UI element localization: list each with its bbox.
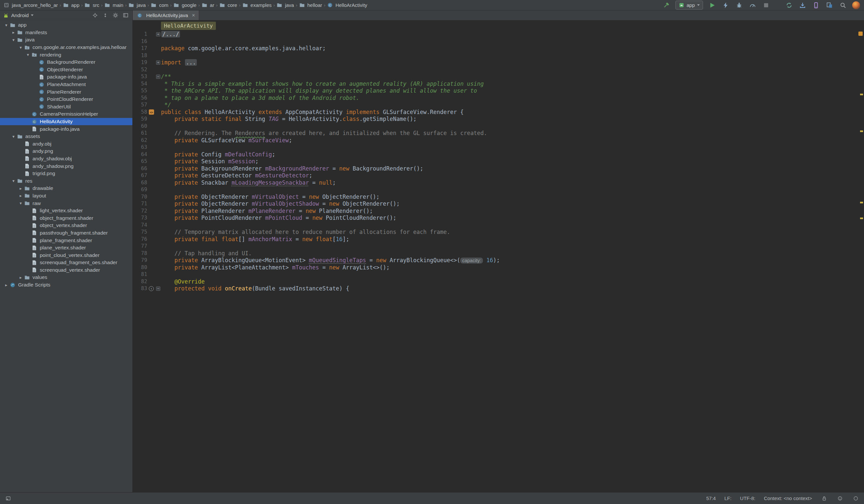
- lock-icon[interactable]: [821, 495, 828, 502]
- tree-item-manifests[interactable]: ▸manifests: [0, 29, 132, 36]
- code-line-72[interactable]: 72 private PlaneRenderer mPlaneRenderer …: [133, 208, 864, 215]
- code-line-52[interactable]: 52: [133, 67, 864, 74]
- code-line-73[interactable]: 73 private PointCloudRenderer mPointClou…: [133, 215, 864, 222]
- tree-item-andy-shadow-obj[interactable]: andy_shadow.obj: [0, 155, 132, 163]
- warning-stripe-mark[interactable]: [860, 217, 863, 219]
- tree-item-gradle-scripts[interactable]: ▸Gradle Scripts: [0, 281, 132, 289]
- code-line-77[interactable]: 77: [133, 243, 864, 250]
- tree-item-planerenderer[interactable]: CPlaneRenderer: [0, 88, 132, 96]
- debug-bug-icon[interactable]: [735, 1, 743, 10]
- tree-item-screenquad-vertex-shader[interactable]: screenquad_vertex.shader: [0, 266, 132, 274]
- tree-item-pointcloudrenderer[interactable]: CPointCloudRenderer: [0, 96, 132, 103]
- tree-item-com-google-ar-core-examples-java-helloar[interactable]: ▾com.google.ar.core.examples.java.helloa…: [0, 44, 132, 51]
- tree-item-values[interactable]: ▸values: [0, 274, 132, 281]
- code-line-58[interactable]: 58<>public class HelloArActivity extends…: [133, 109, 864, 116]
- code-line-65[interactable]: 65 private Session mSession;: [133, 158, 864, 165]
- tree-item-shaderutil[interactable]: CShaderUtil: [0, 103, 132, 111]
- tool-window-toggle-icon[interactable]: [4, 495, 12, 502]
- tree-item-trigrid-png[interactable]: trigrid.png: [0, 170, 132, 177]
- user-avatar[interactable]: [852, 1, 860, 9]
- sdk-manager-download-icon[interactable]: [798, 1, 807, 10]
- code-line-80[interactable]: 80 private ArrayList<PlaneAttachment> mT…: [133, 264, 864, 272]
- breadcrumb-item-google[interactable]: google: [173, 2, 197, 8]
- warning-stripe-mark[interactable]: [860, 94, 863, 95]
- tree-item-object-fragment-shader[interactable]: object_fragment.shader: [0, 214, 132, 222]
- chevron-down-icon[interactable]: ▾: [10, 178, 17, 183]
- tree-item-light-vertex-shader[interactable]: light_vertex.shader: [0, 207, 132, 215]
- apply-changes-icon[interactable]: [721, 1, 730, 10]
- chevron-right-icon[interactable]: ▸: [3, 283, 10, 287]
- code-line-78[interactable]: 78 // Tap handling and UI.: [133, 250, 864, 257]
- chevron-down-icon[interactable]: ▾: [3, 23, 10, 27]
- tree-item-plane-fragment-shader[interactable]: plane_fragment.shader: [0, 237, 132, 244]
- tree-item-drawable[interactable]: ▸drawable: [0, 185, 132, 192]
- code-line-16[interactable]: 16: [133, 38, 864, 45]
- code-line-62[interactable]: 62 private GLSurfaceView mSurfaceView;: [133, 137, 864, 144]
- code-line-1[interactable]: 1+/.../: [133, 31, 864, 38]
- project-view-selector[interactable]: Android: [11, 12, 28, 19]
- code-line-61[interactable]: 61 // Rendering. The Renderers are creat…: [133, 130, 864, 137]
- code-line-53[interactable]: 53−/**: [133, 73, 864, 81]
- breadcrumb-item-helloar[interactable]: helloar: [299, 2, 323, 8]
- chevron-right-icon[interactable]: ▸: [17, 193, 24, 198]
- context-widget[interactable]: Context: <no context>: [764, 495, 812, 501]
- tree-item-andy-obj[interactable]: andy.obj: [0, 140, 132, 148]
- tree-item-passthrough-fragment-shader[interactable]: passthrough_fragment.shader: [0, 229, 132, 237]
- build-hammer-icon[interactable]: [662, 1, 671, 10]
- code-area[interactable]: 1+/.../1617package com.google.ar.core.ex…: [133, 31, 864, 492]
- code-line-82[interactable]: 82 @Override: [133, 278, 864, 286]
- code-line-74[interactable]: 74: [133, 222, 864, 229]
- tree-item-backgroundrenderer[interactable]: CBackgroundRenderer: [0, 59, 132, 66]
- code-line-18[interactable]: 18: [133, 52, 864, 59]
- code-line-76[interactable]: 76 private final float[] mAnchorMatrix =…: [133, 236, 864, 243]
- code-line-63[interactable]: 63: [133, 144, 864, 151]
- breadcrumb-item-com[interactable]: com: [151, 2, 169, 8]
- collapse-all-icon[interactable]: [101, 12, 109, 20]
- tree-item-rendering[interactable]: ▾rendering: [0, 51, 132, 59]
- device-manager-phone-icon[interactable]: [812, 1, 820, 10]
- tree-item-plane-vertex-shader[interactable]: plane_vertex.shader: [0, 244, 132, 252]
- breadcrumb-class-chip[interactable]: HelloArActivity: [161, 22, 216, 30]
- tree-item-helloaractivity[interactable]: CHelloArActivity: [0, 118, 132, 125]
- code-line-55[interactable]: 55 * the ARCore API. The application wil…: [133, 87, 864, 95]
- breadcrumb-item-java[interactable]: java: [276, 2, 295, 8]
- file-encoding-widget[interactable]: UTF-8:: [740, 495, 756, 501]
- tree-item-raw[interactable]: ▾raw: [0, 200, 132, 207]
- close-tab-icon[interactable]: ×: [192, 13, 195, 18]
- code-line-60[interactable]: 60: [133, 123, 864, 130]
- code-line-68[interactable]: 68 private Snackbar mLoadingMessageSnack…: [133, 179, 864, 187]
- tree-item-package-info-java[interactable]: package-info.java: [0, 73, 132, 81]
- breadcrumb-item-examples[interactable]: examples: [242, 2, 272, 8]
- fold-expand-icon[interactable]: +: [156, 32, 160, 36]
- tree-item-point-cloud-vertex-shader[interactable]: point_cloud_vertex.shader: [0, 251, 132, 259]
- inspection-indicator[interactable]: [859, 32, 863, 36]
- code-line-70[interactable]: 70 private ObjectRenderer mVirtualObject…: [133, 193, 864, 201]
- breadcrumb-item-main[interactable]: main: [104, 2, 124, 8]
- breadcrumb-item-java[interactable]: java: [128, 2, 146, 8]
- code-line-71[interactable]: 71 private ObjectRenderer mVirtualObject…: [133, 201, 864, 208]
- gradle-sync-icon[interactable]: [785, 1, 793, 10]
- code-line-54[interactable]: 54 * This is a simple example that shows…: [133, 81, 864, 88]
- code-line-66[interactable]: 66 private BackgroundRenderer mBackgroun…: [133, 165, 864, 172]
- breadcrumb-item-java-arcore-hello-ar[interactable]: java_arcore_hello_ar: [3, 2, 58, 8]
- editor-tab-helloaractivity[interactable]: C HelloArActivity.java ×: [133, 11, 199, 20]
- tree-item-andy-png[interactable]: andy.png: [0, 147, 132, 155]
- code-line-75[interactable]: 75 // Temporary matrix allocated here to…: [133, 229, 864, 236]
- chevron-right-icon[interactable]: ▸: [10, 30, 17, 35]
- fold-collapse-icon[interactable]: −: [156, 75, 160, 79]
- line-separator-widget[interactable]: LF:: [724, 495, 732, 501]
- caret-position[interactable]: 57:4: [706, 495, 716, 501]
- highlighting-level-icon[interactable]: [837, 495, 844, 502]
- warning-stripe-mark[interactable]: [860, 202, 863, 203]
- code-line-19[interactable]: 19+import ...: [133, 59, 864, 67]
- chevron-down-icon[interactable]: ▾: [17, 45, 24, 50]
- chevron-right-icon[interactable]: ▸: [17, 186, 24, 191]
- tree-item-layout[interactable]: ▸layout: [0, 192, 132, 200]
- locate-file-icon[interactable]: [91, 12, 99, 20]
- code-line-67[interactable]: 67 private GestureDetector mGestureDetec…: [133, 172, 864, 179]
- code-line-79[interactable]: 79 private ArrayBlockingQueue<MotionEven…: [133, 257, 864, 264]
- tree-item-package-info-java[interactable]: package-info.java: [0, 125, 132, 133]
- tree-item-objectrenderer[interactable]: CObjectRenderer: [0, 66, 132, 74]
- settings-gear-icon[interactable]: [111, 12, 119, 20]
- warning-stripe-mark[interactable]: [860, 130, 863, 132]
